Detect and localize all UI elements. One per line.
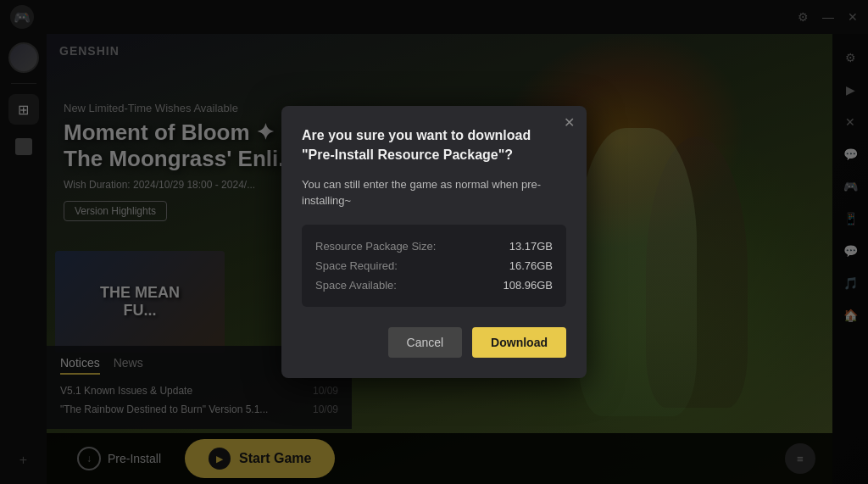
table-row: Resource Package Size: 13.17GB (315, 236, 553, 256)
table-row: Space Required: 16.76GB (315, 256, 553, 275)
info-label-package-size: Resource Package Size: (315, 240, 436, 253)
modal-overlay: ✕ Are you sure you want to download "Pre… (0, 0, 868, 484)
info-value-package-size: 13.17GB (509, 240, 553, 253)
table-row: Space Available: 108.96GB (315, 275, 553, 295)
info-label-space-required: Space Required: (315, 259, 398, 272)
info-label-space-available: Space Available: (315, 279, 397, 292)
dialog-close-button[interactable]: ✕ (564, 114, 575, 131)
dialog-title: Are you sure you want to download "Pre-I… (302, 126, 566, 164)
confirm-dialog: ✕ Are you sure you want to download "Pre… (281, 106, 587, 378)
dialog-description: You can still enter the game as normal w… (302, 176, 566, 209)
info-value-space-available: 108.96GB (503, 279, 553, 292)
dialog-buttons: Cancel Download (302, 327, 566, 358)
info-table: Resource Package Size: 13.17GB Space Req… (302, 225, 566, 307)
cancel-button[interactable]: Cancel (388, 327, 463, 358)
download-button[interactable]: Download (472, 327, 566, 358)
info-value-space-required: 16.76GB (509, 259, 553, 272)
